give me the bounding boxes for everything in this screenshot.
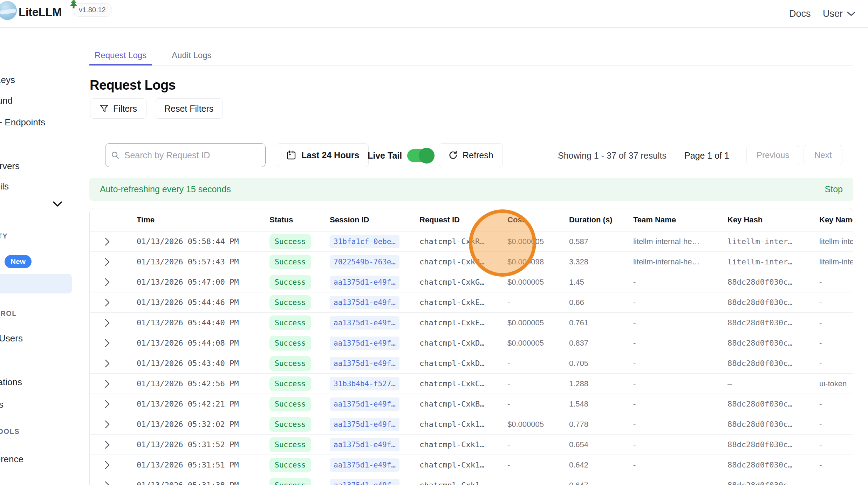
session-id-link[interactable]: aa1375d1-e49f… [330,458,399,472]
row-expand-chevron-icon[interactable] [104,338,110,348]
session-id-link[interactable]: 31b3b4b4-f527… [330,377,399,390]
request-logs-table: Time Status Session ID Request ID Cost D… [89,208,853,485]
previous-page-button[interactable]: Previous [746,145,799,165]
cell-cost: - [507,460,569,470]
filters-button[interactable]: Filters [90,98,146,119]
refresh-button[interactable]: Refresh [439,143,503,167]
session-id-link[interactable]: aa1375d1-e49f… [330,479,399,485]
cell-key-hash: 88dc28d0f030c… [727,318,819,327]
session-id-link[interactable]: aa1375d1-e49f… [330,337,399,350]
cell-time: 01/13/2026 05:31:51 PM [137,460,269,469]
brand-title[interactable]: LiteLLM [19,6,62,19]
cell-key-hash: 88dc28d0f030c… [727,460,819,469]
column-key-name: Key Name [819,215,853,224]
session-id-link[interactable]: aa1375d1-e49f… [330,296,399,309]
next-page-button[interactable]: Next [804,145,842,165]
sidebar-collapse-chevron-icon[interactable] [53,201,62,207]
row-expand-chevron-icon[interactable] [104,420,110,429]
cell-key-hash: 88dc28d0f030c… [727,420,819,429]
cell-key-hash: 88dc28d0f030c… [727,339,819,347]
cell-cost: - [507,400,569,409]
tab-request-logs[interactable]: Request Logs [89,45,152,65]
row-expand-chevron-icon[interactable] [104,277,110,287]
search-input[interactable] [124,150,260,161]
time-range-button[interactable]: Last 24 Hours [277,143,369,167]
table-row: 01/13/2026 05:44:40 PM Success aa1375d1-… [90,313,853,333]
session-id-link[interactable]: 7022549b-763e… [330,255,399,269]
sidebar-item-virtual-keys[interactable]: Keys [0,75,15,85]
column-status: Status [269,215,330,224]
sidebar-item-api-reference[interactable]: erence [0,454,23,465]
cell-time: 01/13/2026 05:44:08 PM [137,339,269,347]
table-row: 01/13/2026 05:47:00 PM Success aa1375d1-… [90,272,853,292]
sidebar-item-teams[interactable]: s [0,399,4,410]
sidebar-item-models-endpoints[interactable]: + Endpoints [0,117,45,128]
reset-filters-button[interactable]: Reset Filters [155,98,223,119]
time-range-label: Last 24 Hours [301,150,359,160]
tab-audit-logs[interactable]: Audit Logs [166,45,217,65]
sidebar-item-guardrails[interactable]: ils [0,181,9,192]
cell-cost: - [507,440,569,449]
docs-link[interactable]: Docs [789,8,811,19]
row-expand-chevron-icon[interactable] [104,237,110,247]
page-title: Request Logs [90,78,176,93]
row-expand-chevron-icon[interactable] [104,298,110,307]
session-id-link[interactable]: aa1375d1-e49f… [330,276,399,289]
sidebar-item-logs-selected[interactable] [0,274,72,293]
cell-duration: 3.328 [569,257,633,266]
refresh-icon [448,150,458,160]
cell-key-hash: 88dc28d0f030c… [727,298,819,307]
status-badge: Success [269,295,311,310]
session-id-link[interactable]: aa1375d1-e49f… [330,357,399,370]
cell-team-name: - [633,400,727,409]
session-id-link[interactable]: aa1375d1-e49f… [330,438,399,451]
sidebar-item-playground[interactable]: und [0,95,13,106]
row-expand-chevron-icon[interactable] [104,460,110,470]
table-row: 01/13/2026 05:31:52 PM Success aa1375d1-… [90,435,853,455]
sidebar-item-mcp-servers[interactable]: rvers [0,161,20,172]
reset-filters-label: Reset Filters [164,104,213,114]
row-expand-chevron-icon[interactable] [104,257,110,267]
row-expand-chevron-icon[interactable] [104,379,110,389]
stop-auto-refresh-link[interactable]: Stop [825,184,843,194]
cell-cost: $0.000005 [507,339,569,348]
row-expand-chevron-icon[interactable] [104,480,110,485]
cell-key-name: - [819,481,853,485]
search-icon [111,151,119,160]
status-badge: Success [269,458,311,472]
row-expand-chevron-icon[interactable] [104,318,110,328]
sidebar-section-observability: TY [0,232,8,240]
user-menu-label: User [823,8,843,19]
cell-request-id: chatcmpl-CxkD… [419,359,507,368]
cell-team-name: - [633,339,727,348]
column-request-id: Request ID [419,215,507,224]
cell-key-name: - [819,440,853,449]
cell-duration: 0.761 [569,318,633,327]
auto-refresh-banner: Auto-refreshing every 15 seconds Stop [89,178,853,201]
session-id-link[interactable]: 31bfa1cf-0ebe… [330,235,399,248]
status-badge: Success [269,417,311,432]
column-cost: Cost [507,215,569,224]
cell-request-id: chatcmpl-CxkE… [419,318,507,327]
cell-key-name: - [819,339,853,348]
status-badge: Success [269,437,311,452]
row-expand-chevron-icon[interactable] [104,440,110,450]
sidebar-item-organizations[interactable]: ations [0,377,22,388]
sidebar-item-users[interactable]: Users [0,333,23,344]
row-expand-chevron-icon[interactable] [104,399,110,409]
row-expand-chevron-icon[interactable] [104,359,110,368]
table-row: 01/13/2026 05:31:51 PM Success aa1375d1-… [90,455,853,475]
table-row: 01/13/2026 05:44:46 PM Success aa1375d1-… [90,292,853,313]
auto-refresh-message: Auto-refreshing every 15 seconds [100,184,231,194]
user-menu[interactable]: User [823,8,855,19]
live-tail-label: Live Tail [368,151,402,161]
cell-cost: - [507,481,569,485]
session-id-link[interactable]: aa1375d1-e49f… [330,316,399,330]
cell-request-id: chatcmpl-CxkQ… [419,257,507,266]
cell-key-hash: 88dc28d0f030c [727,481,819,485]
table-body: 01/13/2026 05:58:44 PM Success 31bfa1cf-… [90,231,853,485]
live-tail-toggle[interactable] [407,149,433,162]
session-id-link[interactable]: aa1375d1-e49f… [330,418,399,431]
cell-duration: 0.587 [569,237,633,246]
session-id-link[interactable]: aa1375d1-e49f… [330,397,399,411]
